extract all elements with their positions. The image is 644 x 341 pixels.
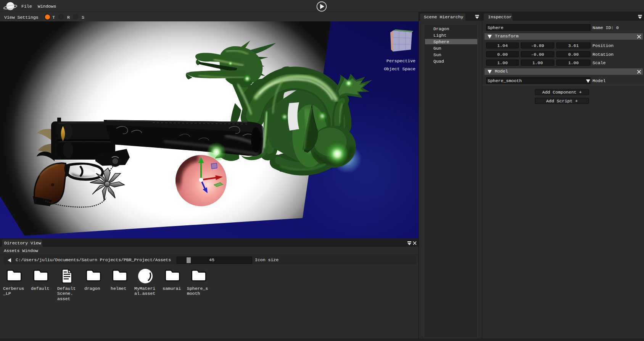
svg-text:Perspective: Perspective xyxy=(386,58,415,63)
svg-text:Object Space: Object Space xyxy=(384,66,415,71)
